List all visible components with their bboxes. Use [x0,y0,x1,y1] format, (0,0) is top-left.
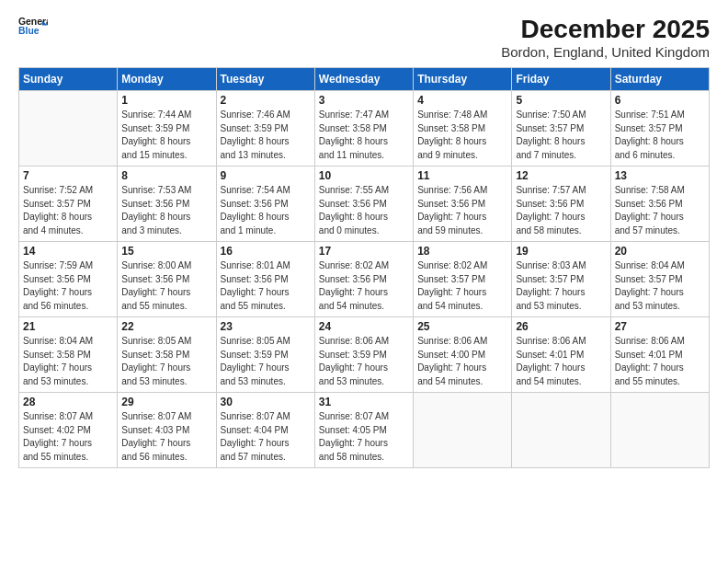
day-number-2-5: 19 [516,245,606,258]
day-info-1-5: Sunrise: 7:57 AMSunset: 3:56 PMDaylight:… [516,184,606,237]
subtitle: Bordon, England, United Kingdom [501,44,710,60]
day-number-3-3: 24 [319,320,409,333]
day-number-1-3: 10 [319,169,409,182]
day-info-0-4: Sunrise: 7:48 AMSunset: 3:58 PMDaylight:… [417,109,507,162]
cell-0-3: 3Sunrise: 7:47 AMSunset: 3:58 PMDaylight… [314,91,413,167]
day-number-0-5: 5 [516,94,606,107]
day-number-1-0: 7 [23,169,113,182]
day-info-4-0: Sunrise: 8:07 AMSunset: 4:02 PMDaylight:… [23,410,113,464]
cell-1-6: 13Sunrise: 7:58 AMSunset: 3:56 PMDayligh… [610,167,709,242]
cell-4-3: 31Sunrise: 8:07 AMSunset: 4:05 PMDayligh… [314,393,413,468]
cell-4-0: 28Sunrise: 8:07 AMSunset: 4:02 PMDayligh… [19,393,118,468]
day-number-0-2: 2 [221,94,311,107]
cell-1-2: 9Sunrise: 7:54 AMSunset: 3:56 PMDaylight… [216,167,314,242]
day-info-2-1: Sunrise: 8:00 AMSunset: 3:56 PMDaylight:… [121,259,211,313]
header-tuesday: Tuesday [216,68,314,91]
day-info-1-1: Sunrise: 7:53 AMSunset: 3:56 PMDaylight:… [121,184,211,237]
day-number-3-6: 27 [615,320,705,333]
day-info-2-4: Sunrise: 8:02 AMSunset: 3:57 PMDaylight:… [417,259,507,313]
title-area: December 2025 Bordon, England, United Ki… [501,15,710,60]
cell-0-2: 2Sunrise: 7:46 AMSunset: 3:59 PMDaylight… [216,91,314,167]
calendar-header-row: Sunday Monday Tuesday Wednesday Thursday… [19,68,710,91]
calendar-table: Sunday Monday Tuesday Wednesday Thursday… [18,67,710,468]
cell-0-0 [19,91,118,167]
week-row-0: 1Sunrise: 7:44 AMSunset: 3:59 PMDaylight… [19,91,710,167]
day-info-1-4: Sunrise: 7:56 AMSunset: 3:56 PMDaylight:… [417,184,507,237]
cell-1-3: 10Sunrise: 7:55 AMSunset: 3:56 PMDayligh… [314,167,413,242]
day-info-0-5: Sunrise: 7:50 AMSunset: 3:57 PMDaylight:… [516,109,606,162]
cell-2-3: 17Sunrise: 8:02 AMSunset: 3:56 PMDayligh… [314,242,413,317]
day-info-0-1: Sunrise: 7:44 AMSunset: 3:59 PMDaylight:… [121,109,211,162]
day-info-3-3: Sunrise: 8:06 AMSunset: 3:59 PMDaylight:… [319,335,409,388]
day-number-4-2: 30 [221,396,311,408]
cell-3-1: 22Sunrise: 8:05 AMSunset: 3:58 PMDayligh… [118,317,216,393]
day-info-2-6: Sunrise: 8:04 AMSunset: 3:57 PMDaylight:… [615,259,705,313]
day-info-4-2: Sunrise: 8:07 AMSunset: 4:04 PMDaylight:… [221,410,311,464]
cell-4-4 [414,393,512,468]
cell-1-0: 7Sunrise: 7:52 AMSunset: 3:57 PMDaylight… [19,167,118,242]
day-number-4-0: 28 [23,396,113,408]
week-row-3: 21Sunrise: 8:04 AMSunset: 3:58 PMDayligh… [19,317,710,393]
cell-0-6: 6Sunrise: 7:51 AMSunset: 3:57 PMDaylight… [610,91,709,167]
logo: General Blue [18,15,48,40]
cell-0-1: 1Sunrise: 7:44 AMSunset: 3:59 PMDaylight… [118,91,216,167]
logo-icon: General Blue [18,15,48,40]
day-number-1-1: 8 [121,169,211,182]
day-info-2-3: Sunrise: 8:02 AMSunset: 3:56 PMDaylight:… [319,259,409,313]
svg-text:Blue: Blue [18,26,40,36]
day-number-2-3: 17 [319,245,409,258]
day-number-3-0: 21 [23,320,113,333]
day-number-3-4: 25 [417,320,507,333]
day-info-3-4: Sunrise: 8:06 AMSunset: 4:00 PMDaylight:… [417,335,507,388]
day-info-1-6: Sunrise: 7:58 AMSunset: 3:56 PMDaylight:… [615,184,705,237]
cell-3-2: 23Sunrise: 8:05 AMSunset: 3:59 PMDayligh… [216,317,314,393]
header-thursday: Thursday [414,68,512,91]
day-number-3-2: 23 [221,320,311,333]
week-row-2: 14Sunrise: 7:59 AMSunset: 3:56 PMDayligh… [19,242,710,317]
cell-2-6: 20Sunrise: 8:04 AMSunset: 3:57 PMDayligh… [610,242,709,317]
cell-4-1: 29Sunrise: 8:07 AMSunset: 4:03 PMDayligh… [118,393,216,468]
week-row-4: 28Sunrise: 8:07 AMSunset: 4:02 PMDayligh… [19,393,710,468]
day-number-0-4: 4 [417,94,507,107]
day-info-1-3: Sunrise: 7:55 AMSunset: 3:56 PMDaylight:… [319,184,409,237]
day-info-0-2: Sunrise: 7:46 AMSunset: 3:59 PMDaylight:… [221,109,311,162]
cell-3-6: 27Sunrise: 8:06 AMSunset: 4:01 PMDayligh… [610,317,709,393]
day-info-2-2: Sunrise: 8:01 AMSunset: 3:56 PMDaylight:… [221,259,311,313]
day-info-4-1: Sunrise: 8:07 AMSunset: 4:03 PMDaylight:… [121,410,211,464]
day-number-2-6: 20 [615,245,705,258]
day-info-3-1: Sunrise: 8:05 AMSunset: 3:58 PMDaylight:… [121,335,211,388]
day-number-1-4: 11 [417,169,507,182]
day-info-2-5: Sunrise: 8:03 AMSunset: 3:57 PMDaylight:… [516,259,606,313]
cell-2-2: 16Sunrise: 8:01 AMSunset: 3:56 PMDayligh… [216,242,314,317]
day-number-1-5: 12 [516,169,606,182]
header-wednesday: Wednesday [314,68,413,91]
day-info-2-0: Sunrise: 7:59 AMSunset: 3:56 PMDaylight:… [23,259,113,313]
cell-1-5: 12Sunrise: 7:57 AMSunset: 3:56 PMDayligh… [512,167,610,242]
header-friday: Friday [512,68,610,91]
day-number-0-6: 6 [615,94,705,107]
day-info-0-3: Sunrise: 7:47 AMSunset: 3:58 PMDaylight:… [319,109,409,162]
page: General Blue December 2025 Bordon, Engla… [0,0,728,563]
cell-4-5 [512,393,610,468]
day-number-2-1: 15 [121,245,211,258]
cell-2-1: 15Sunrise: 8:00 AMSunset: 3:56 PMDayligh… [118,242,216,317]
cell-2-5: 19Sunrise: 8:03 AMSunset: 3:57 PMDayligh… [512,242,610,317]
cell-3-4: 25Sunrise: 8:06 AMSunset: 4:00 PMDayligh… [414,317,512,393]
day-info-3-0: Sunrise: 8:04 AMSunset: 3:58 PMDaylight:… [23,335,113,388]
day-number-0-3: 3 [319,94,409,107]
main-title: December 2025 [501,15,710,44]
header: General Blue December 2025 Bordon, Engla… [18,15,710,60]
week-row-1: 7Sunrise: 7:52 AMSunset: 3:57 PMDaylight… [19,167,710,242]
day-number-4-3: 31 [319,396,409,408]
cell-3-5: 26Sunrise: 8:06 AMSunset: 4:01 PMDayligh… [512,317,610,393]
header-sunday: Sunday [19,68,118,91]
day-number-3-1: 22 [121,320,211,333]
cell-4-6 [610,393,709,468]
day-number-2-2: 16 [221,245,311,258]
day-info-0-6: Sunrise: 7:51 AMSunset: 3:57 PMDaylight:… [615,109,705,162]
cell-1-4: 11Sunrise: 7:56 AMSunset: 3:56 PMDayligh… [414,167,512,242]
header-saturday: Saturday [610,68,709,91]
day-info-3-6: Sunrise: 8:06 AMSunset: 4:01 PMDaylight:… [615,335,705,388]
cell-3-0: 21Sunrise: 8:04 AMSunset: 3:58 PMDayligh… [19,317,118,393]
day-info-1-0: Sunrise: 7:52 AMSunset: 3:57 PMDaylight:… [23,184,113,237]
